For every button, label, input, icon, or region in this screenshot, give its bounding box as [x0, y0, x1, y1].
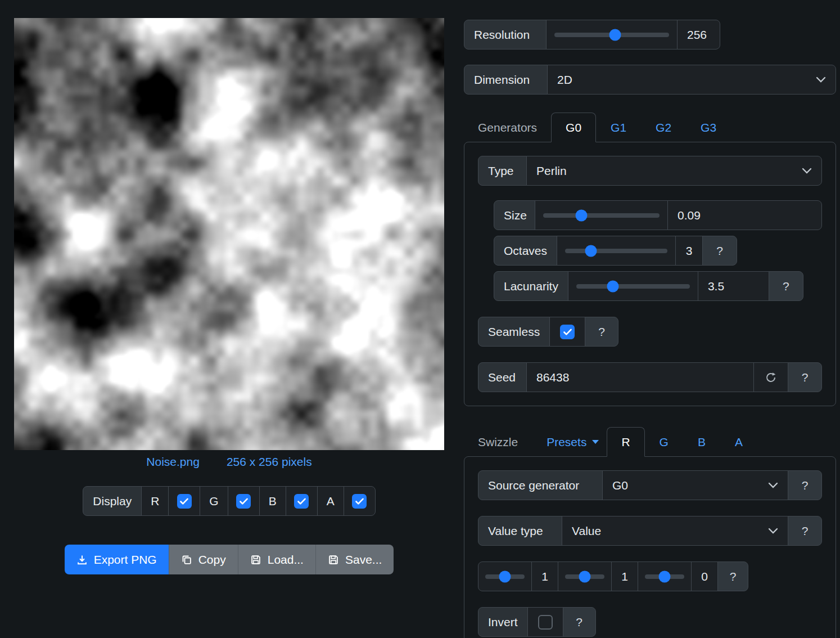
resolution-slider[interactable]: [546, 20, 678, 50]
value-type-help-button[interactable]: ?: [788, 516, 822, 546]
lacunarity-slider[interactable]: [568, 271, 698, 301]
slider-track[interactable]: [485, 574, 525, 579]
preview-filename[interactable]: Noise.png: [146, 455, 200, 469]
tab-g2[interactable]: G2: [641, 113, 686, 142]
copy-icon: [181, 554, 192, 565]
swizzle-panel: Source generator G0 ? Value type Value ?…: [464, 456, 836, 638]
invert-cell: [527, 607, 563, 637]
source-generator-help-button[interactable]: ?: [788, 470, 822, 500]
generators-tabs: Generators G0 G1 G2 G3: [464, 113, 836, 142]
slider-thumb[interactable]: [499, 570, 511, 582]
type-select[interactable]: Perlin: [526, 156, 822, 186]
weight-b-value[interactable]: 0: [691, 561, 718, 591]
seamless-checkbox[interactable]: [560, 325, 575, 339]
check-icon: [180, 498, 188, 505]
slider-track[interactable]: [554, 33, 669, 37]
tab-g1[interactable]: G1: [596, 113, 641, 142]
slider-track[interactable]: [576, 284, 690, 289]
load-label: Load...: [268, 553, 304, 567]
value-type-select[interactable]: Value: [562, 516, 788, 546]
slider-track[interactable]: [565, 249, 667, 253]
dimension-group: Dimension 2D: [464, 65, 836, 95]
tab-swizzle-a[interactable]: A: [720, 427, 757, 457]
slider-thumb[interactable]: [585, 245, 597, 257]
slider-thumb[interactable]: [609, 29, 621, 41]
controls-column: Resolution 256 Dimension 2D Generators G…: [464, 20, 836, 638]
size-value[interactable]: 0.09: [667, 200, 822, 230]
chevron-down-icon: [768, 482, 778, 488]
dimension-select[interactable]: 2D: [547, 65, 836, 95]
value-type-label: Value type: [478, 516, 562, 546]
channel-g-cell: [228, 486, 260, 516]
preview-column: Noise.png 256 x 256 pixels Display R G B: [14, 18, 444, 574]
weight-b-slider[interactable]: [638, 561, 692, 591]
slider-track[interactable]: [565, 574, 604, 579]
presets-dropdown[interactable]: Presets: [547, 427, 599, 457]
slider-thumb[interactable]: [607, 280, 618, 292]
preview-caption: Noise.png 256 x 256 pixels: [14, 455, 444, 469]
octaves-label: Octaves: [494, 236, 557, 266]
noise-preview: [14, 18, 444, 450]
channel-r-checkbox[interactable]: [177, 494, 192, 509]
seamless-group: Seamless ?: [478, 317, 618, 347]
check-icon: [355, 498, 364, 505]
seamless-help-button[interactable]: ?: [585, 317, 618, 347]
seed-refresh-button[interactable]: [753, 362, 788, 392]
invert-help-button[interactable]: ?: [563, 607, 596, 637]
slider-thumb[interactable]: [659, 570, 671, 582]
weight-g-slider[interactable]: [558, 561, 612, 591]
dimension-label: Dimension: [464, 65, 548, 95]
save-label: Save...: [345, 553, 382, 567]
generator-params: Size 0.09 Octaves 3 ? La: [494, 200, 822, 301]
size-label: Size: [494, 200, 535, 230]
slider-thumb[interactable]: [579, 570, 591, 582]
tab-swizzle-b[interactable]: B: [683, 427, 720, 457]
generator-panel: Type Perlin Size 0.09 Octaves: [464, 142, 836, 406]
channel-r-label: R: [141, 486, 169, 516]
tab-swizzle-g[interactable]: G: [645, 427, 683, 457]
octaves-value[interactable]: 3: [675, 236, 703, 266]
size-group: Size 0.09: [494, 200, 822, 230]
chevron-down-icon: [802, 168, 812, 174]
invert-checkbox[interactable]: [538, 615, 553, 630]
weight-r-slider[interactable]: [478, 561, 532, 591]
channel-b-checkbox[interactable]: [294, 494, 309, 509]
weights-help-button[interactable]: ?: [717, 561, 748, 591]
tab-swizzle-r[interactable]: R: [607, 427, 644, 457]
presets-label: Presets: [547, 435, 586, 449]
slider-track[interactable]: [645, 574, 684, 579]
channel-a-cell: [344, 486, 376, 516]
export-png-button[interactable]: Export PNG: [65, 545, 169, 574]
size-slider[interactable]: [535, 200, 668, 230]
weight-r-value[interactable]: 1: [531, 561, 558, 591]
octaves-help-button[interactable]: ?: [702, 236, 737, 266]
seed-input[interactable]: 86438: [526, 362, 754, 392]
tab-g0[interactable]: G0: [551, 113, 596, 142]
load-button[interactable]: Load...: [238, 545, 315, 574]
resolution-value[interactable]: 256: [677, 20, 720, 50]
channel-a-checkbox[interactable]: [352, 494, 367, 509]
tab-g3[interactable]: G3: [686, 113, 731, 142]
channel-g-checkbox[interactable]: [236, 494, 251, 509]
seed-help-button[interactable]: ?: [788, 362, 822, 392]
value-type-value: Value: [572, 524, 601, 538]
invert-label: Invert: [478, 607, 528, 637]
octaves-slider[interactable]: [557, 236, 676, 266]
generators-label: Generators: [464, 113, 551, 142]
type-value: Perlin: [536, 164, 567, 178]
source-generator-group: Source generator G0 ?: [478, 470, 822, 500]
caret-down-icon: [592, 440, 599, 444]
seed-group: Seed 86438 ?: [478, 362, 822, 392]
weight-g-value[interactable]: 1: [611, 561, 638, 591]
source-generator-select[interactable]: G0: [602, 470, 788, 500]
slider-thumb[interactable]: [576, 209, 588, 221]
slider-track[interactable]: [543, 213, 660, 218]
resolution-group: Resolution 256: [464, 20, 720, 50]
save-button[interactable]: Save...: [315, 545, 394, 574]
lacunarity-value[interactable]: 3.5: [698, 271, 769, 301]
source-generator-label: Source generator: [478, 470, 603, 500]
lacunarity-help-button[interactable]: ?: [769, 271, 803, 301]
copy-button[interactable]: Copy: [169, 545, 238, 574]
floppy-icon: [328, 554, 339, 565]
lacunarity-label: Lacunarity: [494, 271, 568, 301]
